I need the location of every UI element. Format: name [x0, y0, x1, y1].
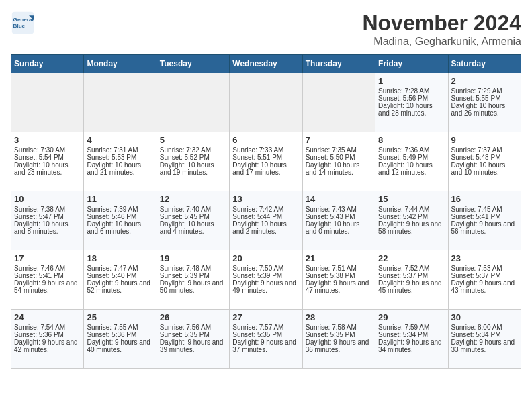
- svg-text:General: General: [13, 17, 34, 23]
- calendar-cell: 10Sunrise: 7:38 AMSunset: 5:47 PMDayligh…: [11, 191, 84, 250]
- day-number: 13: [232, 194, 299, 204]
- calendar-cell: 22Sunrise: 7:52 AMSunset: 5:37 PMDayligh…: [375, 250, 448, 310]
- day-number: 12: [160, 194, 226, 204]
- sunset-text: Sunset: 5:37 PM: [378, 272, 445, 279]
- calendar-cell: 30Sunrise: 8:00 AMSunset: 5:34 PMDayligh…: [448, 310, 521, 369]
- sunrise-text: Sunrise: 7:39 AM: [87, 205, 153, 213]
- daylight-label: Daylight: 10 hours and 8 minutes.: [14, 220, 81, 235]
- sunrise-text: Sunrise: 7:50 AM: [232, 265, 299, 272]
- sunrise-text: Sunrise: 7:35 AM: [306, 146, 372, 154]
- day-number: 14: [306, 194, 372, 204]
- weekday-header-friday: Friday: [375, 55, 448, 73]
- day-number: 15: [378, 194, 445, 204]
- daylight-label: Daylight: 9 hours and 39 minutes.: [160, 338, 226, 353]
- calendar-cell: 11Sunrise: 7:39 AMSunset: 5:46 PMDayligh…: [84, 191, 157, 250]
- day-number: 22: [378, 253, 445, 263]
- calendar-cell: [302, 73, 375, 132]
- daylight-label: Daylight: 9 hours and 45 minutes.: [378, 279, 445, 294]
- day-number: 9: [451, 135, 518, 145]
- title-block: November 2024 Madina, Gegharkunik, Armen…: [362, 11, 521, 48]
- weekday-header-sunday: Sunday: [11, 55, 84, 73]
- sunset-text: Sunset: 5:45 PM: [160, 213, 226, 220]
- day-number: 11: [87, 194, 153, 204]
- calendar-cell: [84, 73, 157, 132]
- daylight-label: Daylight: 10 hours and 28 minutes.: [378, 102, 445, 117]
- sunset-text: Sunset: 5:44 PM: [232, 213, 299, 220]
- day-number: 7: [306, 135, 372, 145]
- day-number: 30: [451, 312, 518, 322]
- sunrise-text: Sunrise: 7:44 AM: [378, 205, 445, 213]
- calendar-cell: 28Sunrise: 7:58 AMSunset: 5:35 PMDayligh…: [302, 310, 375, 369]
- day-number: 6: [232, 135, 299, 145]
- day-number: 20: [232, 253, 299, 263]
- day-number: 29: [378, 312, 445, 322]
- calendar-cell: 16Sunrise: 7:45 AMSunset: 5:41 PMDayligh…: [448, 191, 521, 250]
- day-number: 24: [14, 312, 81, 322]
- daylight-label: Daylight: 9 hours and 52 minutes.: [87, 279, 153, 294]
- sunset-text: Sunset: 5:49 PM: [378, 154, 445, 161]
- sunset-text: Sunset: 5:34 PM: [451, 331, 518, 338]
- sunset-text: Sunset: 5:43 PM: [306, 213, 372, 220]
- day-number: 10: [14, 194, 81, 204]
- calendar-cell: 24Sunrise: 7:54 AMSunset: 5:36 PMDayligh…: [11, 310, 84, 369]
- daylight-label: Daylight: 9 hours and 34 minutes.: [378, 338, 445, 353]
- calendar-cell: 4Sunrise: 7:31 AMSunset: 5:53 PMDaylight…: [84, 132, 157, 191]
- daylight-label: Daylight: 10 hours and 10 minutes.: [451, 161, 518, 176]
- sunrise-text: Sunrise: 7:59 AM: [378, 324, 445, 331]
- sunrise-text: Sunrise: 7:45 AM: [451, 205, 518, 213]
- sunrise-text: Sunrise: 7:46 AM: [14, 265, 81, 272]
- daylight-label: Daylight: 9 hours and 50 minutes.: [160, 279, 226, 294]
- sunset-text: Sunset: 5:42 PM: [378, 213, 445, 220]
- daylight-label: Daylight: 10 hours and 26 minutes.: [451, 102, 518, 117]
- calendar-cell: 6Sunrise: 7:33 AMSunset: 5:51 PMDaylight…: [230, 132, 302, 191]
- logo: General Blue: [11, 11, 35, 35]
- daylight-label: Daylight: 10 hours and 14 minutes.: [306, 161, 372, 176]
- calendar-cell: 1Sunrise: 7:28 AMSunset: 5:56 PMDaylight…: [375, 73, 448, 132]
- calendar-cell: [11, 73, 84, 132]
- calendar-cell: 14Sunrise: 7:43 AMSunset: 5:43 PMDayligh…: [302, 191, 375, 250]
- calendar-cell: 5Sunrise: 7:32 AMSunset: 5:52 PMDaylight…: [157, 132, 229, 191]
- sunrise-text: Sunrise: 7:43 AM: [306, 205, 372, 213]
- day-number: 1: [378, 76, 445, 86]
- calendar-cell: [157, 73, 229, 132]
- sunset-text: Sunset: 5:37 PM: [451, 272, 518, 279]
- daylight-label: Daylight: 10 hours and 2 minutes.: [232, 220, 299, 235]
- sunrise-text: Sunrise: 7:42 AM: [232, 205, 299, 213]
- daylight-label: Daylight: 9 hours and 36 minutes.: [306, 338, 372, 353]
- sunrise-text: Sunrise: 7:28 AM: [378, 87, 445, 95]
- daylight-label: Daylight: 10 hours and 21 minutes.: [87, 161, 153, 176]
- sunset-text: Sunset: 5:40 PM: [87, 272, 153, 279]
- month-year: November 2024: [362, 11, 521, 36]
- sunset-text: Sunset: 5:56 PM: [378, 95, 445, 102]
- sunrise-text: Sunrise: 7:58 AM: [306, 324, 372, 331]
- sunset-text: Sunset: 5:34 PM: [378, 331, 445, 338]
- sunrise-text: Sunrise: 7:32 AM: [160, 146, 226, 154]
- day-number: 23: [451, 253, 518, 263]
- sunset-text: Sunset: 5:41 PM: [14, 272, 81, 279]
- day-number: 2: [451, 76, 518, 86]
- sunrise-text: Sunrise: 7:37 AM: [451, 146, 518, 154]
- sunrise-text: Sunrise: 7:36 AM: [378, 146, 445, 154]
- calendar-cell: 27Sunrise: 7:57 AMSunset: 5:35 PMDayligh…: [230, 310, 302, 369]
- day-number: 3: [14, 135, 81, 145]
- sunset-text: Sunset: 5:53 PM: [87, 154, 153, 161]
- sunrise-text: Sunrise: 7:57 AM: [232, 324, 299, 331]
- day-number: 17: [14, 253, 81, 263]
- sunrise-text: Sunrise: 7:38 AM: [14, 205, 81, 213]
- day-number: 16: [451, 194, 518, 204]
- sunset-text: Sunset: 5:46 PM: [87, 213, 153, 220]
- sunset-text: Sunset: 5:54 PM: [14, 154, 81, 161]
- calendar-cell: 3Sunrise: 7:30 AMSunset: 5:54 PMDaylight…: [11, 132, 84, 191]
- page-header: General Blue November 2024 Madina, Gegha…: [11, 11, 521, 48]
- sunrise-text: Sunrise: 7:55 AM: [87, 324, 153, 331]
- sunset-text: Sunset: 5:39 PM: [232, 272, 299, 279]
- sunset-text: Sunset: 5:51 PM: [232, 154, 299, 161]
- weekday-header-thursday: Thursday: [302, 55, 375, 73]
- sunset-text: Sunset: 5:36 PM: [87, 331, 153, 338]
- calendar-cell: 12Sunrise: 7:40 AMSunset: 5:45 PMDayligh…: [157, 191, 229, 250]
- daylight-label: Daylight: 9 hours and 54 minutes.: [14, 279, 81, 294]
- calendar-cell: 7Sunrise: 7:35 AMSunset: 5:50 PMDaylight…: [302, 132, 375, 191]
- weekday-header-wednesday: Wednesday: [230, 55, 302, 73]
- daylight-label: Daylight: 9 hours and 47 minutes.: [306, 279, 372, 294]
- daylight-label: Daylight: 10 hours and 0 minutes.: [306, 220, 372, 235]
